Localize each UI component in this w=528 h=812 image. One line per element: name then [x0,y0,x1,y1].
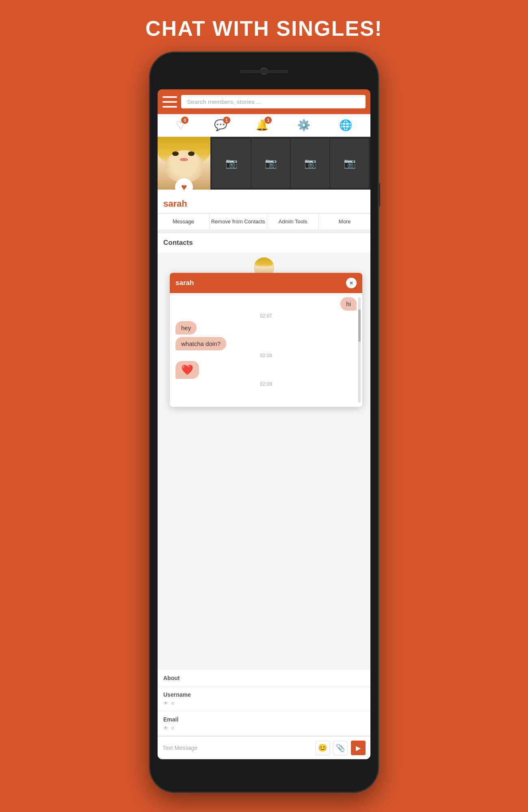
nav-likes[interactable]: ♡ 0 [176,119,185,132]
send-icon: ▶ [356,744,361,752]
gear-nav-icon: ⚙️ [297,119,310,132]
chat-bubble-hi: hi [340,297,357,311]
email-value: e [171,725,174,731]
hamburger-menu[interactable] [162,96,177,108]
app-header: Search members, stories ... [158,89,370,114]
cover-photo-4[interactable]: 📷 [330,138,369,188]
attach-button[interactable]: 📎 [333,741,348,755]
chat-bubble-heart: ❤️ [175,361,199,379]
cover-photos: 📷 📷 📷 📷 [210,137,370,190]
message-button[interactable]: Message [158,214,210,229]
eye-icon-1: 👁 [163,700,168,706]
profile-section: ♥ 📷 📷 📷 📷 [158,137,370,229]
chat-timestamp-2: 02:08 [175,353,357,358]
about-row-3: Email 👁 e [158,711,370,736]
about-row-1: About [158,670,370,687]
chat-input-row: Text Message 😊 📎 ▶ [158,736,370,759]
nav-settings[interactable]: ⚙️ [297,119,310,132]
eye-icon-2: 👁 [163,725,168,731]
camera-icon-1: 📷 [225,158,238,169]
chat-text-input[interactable]: Text Message [162,743,312,753]
admin-tools-button[interactable]: Admin Tools [267,214,319,229]
chat-contact-name: sarah [175,279,194,287]
send-button[interactable]: ▶ [351,741,366,755]
camera-icon-4: 📷 [344,158,356,169]
chat-message-3: whatcha doin? [175,337,357,350]
cover-photo-2[interactable]: 📷 [251,138,290,188]
emoji-button[interactable]: 😊 [315,741,330,755]
chat-timestamp-1: 02:07 [175,313,357,319]
email-label: Email [163,716,178,723]
nav-icons-bar: ♡ 0 💬 1 🔔 1 ⚙️ 🌐 [158,114,370,137]
chat-timestamp-3: 02:09 [175,381,357,387]
phone-speaker [240,70,288,73]
globe-nav-icon: 🌐 [339,119,352,132]
heart-icon: ♥ [181,181,187,193]
chat-close-button[interactable]: × [346,278,357,288]
contacts-title: Contacts [163,239,193,246]
about-label: About [163,675,180,681]
cover-photo-3[interactable]: 📷 [291,138,329,188]
contacts-section: Contacts [158,233,370,253]
messages-badge: 1 [223,117,230,124]
chat-message-2: hey [175,321,357,335]
more-button[interactable]: More [319,214,370,229]
phone-shell: Search members, stories ... ♡ 0 💬 1 🔔 1 … [150,53,378,792]
chat-scrollbar-thumb [358,309,361,342]
chat-scrollbar[interactable] [358,297,361,403]
heart-badge[interactable]: ♥ [175,178,193,196]
profile-name: sarah [163,199,187,209]
action-buttons: Message Remove from Contacts Admin Tools… [158,213,370,229]
chat-message-1: hi [175,297,357,311]
notifications-badge: 1 [264,117,272,124]
phone-screen: Search members, stories ... ♡ 0 💬 1 🔔 1 … [158,89,370,759]
username-label: Username [163,691,191,698]
remove-contacts-button[interactable]: Remove from Contacts [210,214,267,229]
chat-bubble-whatcha: whatcha doin? [175,337,226,350]
chat-message-4: ❤️ [175,361,357,379]
about-row-2: Username 👁 e [158,687,370,711]
content-area: sarah × hi 02:07 hey whatcha doin? [158,253,370,736]
chat-popup-header: sarah × [170,273,362,293]
cover-photo-1[interactable]: 📷 [212,138,251,188]
phone-side-button [378,183,380,207]
likes-badge: 0 [181,117,188,124]
nav-notifications[interactable]: 🔔 1 [255,119,268,132]
page-title: CHAT WITH SINGLES! [137,0,391,53]
chat-popup: sarah × hi 02:07 hey whatcha doin? [170,273,362,407]
about-rows: About Username 👁 e Email 👁 e [158,670,370,736]
username-value: e [171,700,174,706]
camera-icon-3: 📷 [304,158,316,169]
camera-icon-2: 📷 [265,158,277,169]
nav-messages[interactable]: 💬 1 [214,119,227,132]
chat-bubble-hey: hey [175,321,197,335]
search-bar[interactable]: Search members, stories ... [181,95,366,108]
profile-photo-wrap: ♥ [158,137,210,190]
nav-globe[interactable]: 🌐 [339,119,352,132]
chat-messages: hi 02:07 hey whatcha doin? 02:08 ❤️ [170,293,362,407]
profile-cover: ♥ 📷 📷 📷 📷 [158,137,370,190]
